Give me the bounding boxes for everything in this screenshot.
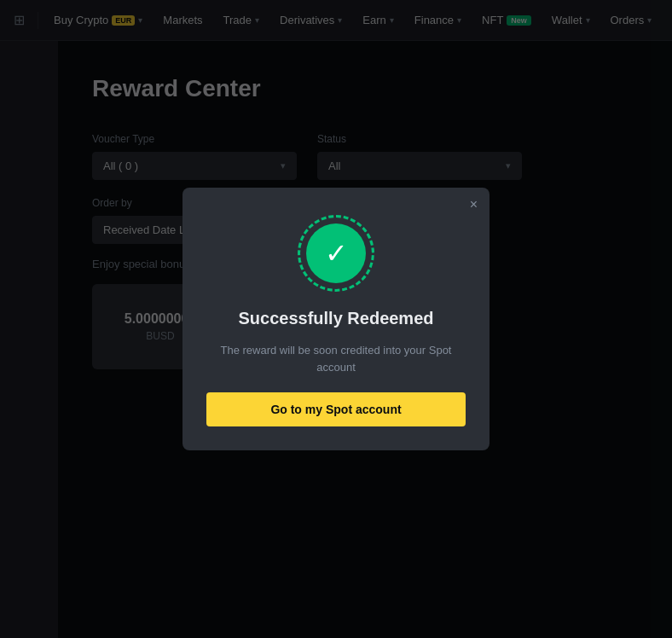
success-modal: × ✓ Successfully Redeemed The reward wil… (182, 188, 490, 450)
success-icon-inner: ✓ (306, 223, 366, 283)
checkmark-icon: ✓ (325, 240, 348, 267)
modal-overlay[interactable]: × ✓ Successfully Redeemed The reward wil… (0, 0, 672, 638)
go-to-spot-button[interactable]: Go to my Spot account (206, 392, 466, 426)
modal-title: Successfully Redeemed (239, 309, 434, 328)
modal-description: The reward will be soon credited into yo… (206, 342, 466, 375)
success-icon-wrapper: ✓ (298, 215, 374, 292)
modal-close-button[interactable]: × (470, 198, 478, 212)
